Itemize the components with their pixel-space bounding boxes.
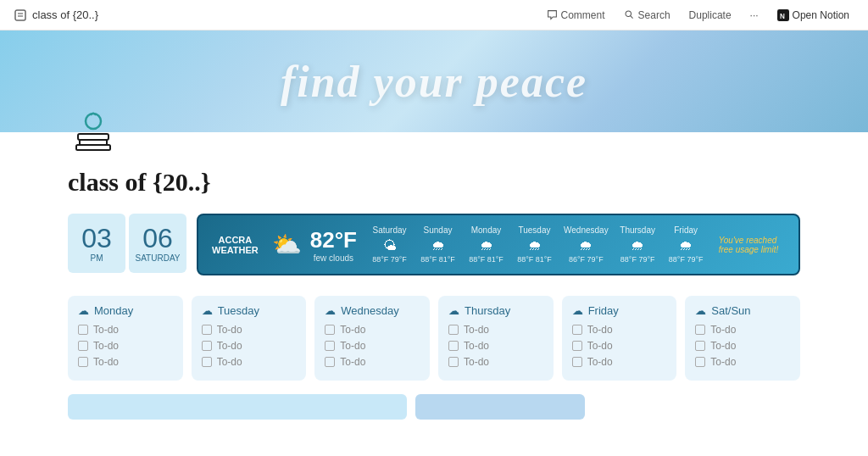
day-card-header: ☁Tuesday <box>202 304 297 317</box>
todo-label: To-do <box>217 356 242 368</box>
forecast-day-name: Friday <box>667 225 705 235</box>
todo-item: To-do <box>202 356 297 368</box>
todo-item: To-do <box>695 356 790 368</box>
search-icon <box>624 9 635 20</box>
day-card: ☁Thursday To-do To-do To-do <box>438 296 554 381</box>
weather-temp-area: 82°F few clouds <box>310 227 357 263</box>
todo-label: To-do <box>710 324 736 336</box>
weather-forecast: Saturday 🌤 88°F 79°F Sunday 🌧 88°F 81°F … <box>370 225 705 264</box>
forecast-day-item: Saturday 🌤 88°F 79°F <box>370 225 409 264</box>
page-icon-area <box>0 107 868 161</box>
todo-checkbox[interactable] <box>78 325 88 335</box>
page-icon <box>68 107 119 158</box>
todo-label: To-do <box>464 324 489 336</box>
search-button[interactable]: Search <box>619 7 676 24</box>
main-row: 03 PM 06 SATURDAY ACCRA WEATHER ⛅ 82°F f… <box>68 214 800 275</box>
forecast-day-name: Saturday <box>370 225 409 235</box>
day-cloud-icon: ☁ <box>78 304 89 317</box>
forecast-day-name: Thursday <box>619 225 657 235</box>
forecast-temps: 88°F 79°F <box>667 255 705 264</box>
todo-label: To-do <box>340 324 365 336</box>
todo-checkbox[interactable] <box>572 341 582 351</box>
day-name: Friday <box>588 304 619 317</box>
svg-line-4 <box>630 16 632 19</box>
weather-city: ACCRA <box>212 235 259 245</box>
day-card-header: ☁Friday <box>572 304 667 317</box>
day-card: ☁Monday To-do To-do To-do <box>68 296 183 381</box>
todo-label: To-do <box>587 324 613 336</box>
todo-label: To-do <box>710 356 736 368</box>
forecast-icon: 🌧 <box>564 238 609 253</box>
todo-checkbox[interactable] <box>448 357 459 367</box>
forecast-day-item: Wednesday 🌧 86°F 79°F <box>564 225 609 264</box>
todo-item: To-do <box>448 340 543 352</box>
svg-point-3 <box>626 11 632 17</box>
todo-checkbox[interactable] <box>695 325 705 335</box>
todo-item: To-do <box>572 324 667 336</box>
forecast-day-name: Wednesday <box>564 225 609 235</box>
more-button[interactable]: ··· <box>745 7 764 24</box>
todo-checkbox[interactable] <box>325 341 335 351</box>
todo-label: To-do <box>217 324 242 336</box>
bottom-card-1 <box>68 394 407 420</box>
forecast-day-name: Sunday <box>419 225 457 235</box>
topnav-left: class of {20..} <box>14 8 98 22</box>
todo-item: To-do <box>448 356 543 368</box>
page-content: class of {20..} 03 PM 06 SATURDAY ACCRA … <box>0 161 868 437</box>
duplicate-button[interactable]: Duplicate <box>684 7 737 24</box>
weather-location-area: ACCRA WEATHER <box>212 235 259 255</box>
day-cloud-icon: ☁ <box>695 304 706 317</box>
weather-temperature: 82°F <box>310 227 357 253</box>
svg-rect-10 <box>76 145 110 150</box>
todo-checkbox[interactable] <box>448 325 459 335</box>
page-name-label: class of {20..} <box>32 8 98 21</box>
day-name: Wednesday <box>341 304 398 317</box>
todo-checkbox[interactable] <box>78 341 88 351</box>
todo-checkbox[interactable] <box>695 357 705 367</box>
todo-checkbox[interactable] <box>202 357 212 367</box>
weather-description: few clouds <box>310 253 357 263</box>
forecast-day-item: Friday 🌧 88°F 79°F <box>667 225 705 264</box>
todo-label: To-do <box>93 324 119 336</box>
forecast-day-name: Tuesday <box>515 225 554 235</box>
comment-button[interactable]: Comment <box>542 7 610 24</box>
topnav-right: Comment Search Duplicate ··· N Open Noti… <box>542 7 854 24</box>
clock-minute-box: 06 SATURDAY <box>129 214 186 273</box>
todo-label: To-do <box>340 356 365 368</box>
todo-checkbox[interactable] <box>572 357 582 367</box>
weather-widget: ACCRA WEATHER ⛅ 82°F few clouds Saturday… <box>197 214 800 275</box>
day-cloud-icon: ☁ <box>202 304 213 317</box>
todo-label: To-do <box>464 356 489 368</box>
day-name: Monday <box>94 304 133 317</box>
todo-checkbox[interactable] <box>325 325 335 335</box>
todo-checkbox[interactable] <box>202 341 212 351</box>
todo-checkbox[interactable] <box>572 325 582 335</box>
todo-checkbox[interactable] <box>448 341 459 351</box>
clock-day: SATURDAY <box>136 253 181 263</box>
forecast-icon: 🌧 <box>467 238 505 253</box>
open-notion-button[interactable]: N Open Notion <box>772 7 854 24</box>
todo-label: To-do <box>587 356 613 368</box>
forecast-day-name: Monday <box>467 225 505 235</box>
todo-checkbox[interactable] <box>325 357 335 367</box>
forecast-day-item: Thursday 🌧 88°F 79°F <box>619 225 657 264</box>
weather-current-icon: ⛅ <box>272 231 302 259</box>
forecast-day-item: Monday 🌧 88°F 81°F <box>467 225 505 264</box>
day-card-header: ☁Monday <box>78 304 173 317</box>
todo-checkbox[interactable] <box>78 357 88 367</box>
day-name: Sat/Sun <box>711 304 750 317</box>
day-cloud-icon: ☁ <box>572 304 583 317</box>
forecast-icon: 🌧 <box>515 238 554 253</box>
day-card: ☁Tuesday To-do To-do To-do <box>192 296 307 381</box>
forecast-temps: 88°F 81°F <box>467 255 505 264</box>
todo-item: To-do <box>325 324 420 336</box>
todo-checkbox[interactable] <box>695 341 705 351</box>
forecast-temps: 88°F 79°F <box>370 255 409 264</box>
todo-item: To-do <box>78 356 173 368</box>
clock-hour: 03 <box>81 225 112 252</box>
todo-checkbox[interactable] <box>202 325 212 335</box>
todo-label: To-do <box>340 340 365 352</box>
forecast-temps: 88°F 81°F <box>419 255 457 264</box>
clock-hour-box: 03 PM <box>68 214 125 273</box>
forecast-icon: 🌤 <box>370 238 409 253</box>
